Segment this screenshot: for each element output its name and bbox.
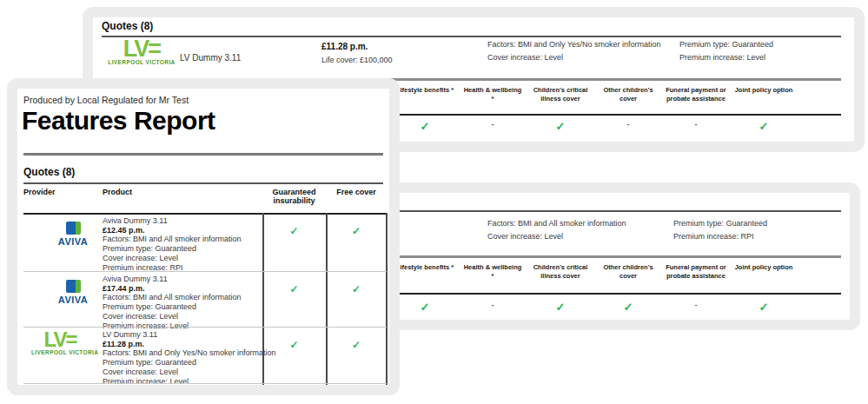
column-header: Other children's cover: [594, 86, 662, 103]
product-price: £17.44 p.m.: [103, 284, 242, 294]
column-header: Lifestyle benefits *: [391, 86, 459, 103]
premium-type-line: Premium type: Guaranteed: [679, 38, 773, 51]
page-title: Features Report: [22, 106, 215, 136]
premium-increase-line: Premium increase: Level: [679, 51, 773, 64]
free-cover-mark: ✓: [326, 225, 387, 237]
product-name: LV Dummy 3.11: [180, 53, 241, 63]
aviva-logo-text: AVIVA: [49, 236, 97, 247]
table-bottom-border: [23, 383, 387, 384]
column-header: Funeral payment or probate assistance: [662, 86, 730, 103]
feature-mark: ✓: [730, 301, 798, 314]
guaranteed-insurability-mark: ✓: [262, 283, 326, 295]
column-header: Other children's cover: [594, 263, 662, 281]
guaranteed-insurability-mark: ✓: [262, 339, 326, 351]
product-details: Aviva Dummy 3.11 £12.45 p.m. Factors: BM…: [103, 216, 242, 272]
product-price: £12.45 p.m.: [103, 226, 242, 235]
feature-mark: -: [594, 120, 662, 133]
product-name: Aviva Dummy 3.11: [103, 216, 242, 226]
column-header: Lifestyle benefits *: [391, 263, 459, 281]
aviva-logo-text: AVIVA: [49, 295, 97, 305]
column-header-product: Product: [103, 188, 132, 196]
lv-logo-subtext: LIVERPOOL VICTORIA: [107, 59, 176, 65]
product-premium-type: Premium type: Guaranteed: [103, 302, 242, 312]
quote-row: AVIVA Aviva Dummy 3.11 £12.45 p.m. Facto…: [17, 215, 389, 270]
feature-mark: ✓: [391, 301, 459, 314]
factors-line: Factors: BMI and All smoker information: [487, 217, 626, 230]
feature-column-headers: Lifestyle benefits * Health & wellbeing …: [391, 86, 798, 103]
aviva-logo: AVIVA: [49, 222, 97, 247]
section-underline: [102, 36, 841, 37]
row-divider: [23, 327, 387, 328]
guaranteed-insurability-mark: ✓: [262, 225, 326, 237]
product-cover-increase: Cover increase: Level: [103, 312, 242, 321]
feature-marks-row: ✓ - ✓ - - ✓: [391, 120, 798, 133]
column-header: Children's critical illness cover: [527, 263, 594, 281]
feature-mark: -: [459, 301, 527, 314]
premium-block: Premium type: Guaranteed Premium increas…: [679, 38, 773, 64]
feature-mark: -: [662, 301, 730, 314]
product-cover-increase: Cover increase: Level: [103, 368, 276, 377]
product-factors: Factors: BMI and All smoker information: [103, 235, 242, 244]
feature-mark: ✓: [527, 301, 594, 314]
lv-logo-text: LV=: [31, 330, 89, 349]
features-report-page: Produced by Local Regulated for Mr Test …: [7, 78, 400, 395]
factors-block: Factors: BMI and All smoker information …: [487, 217, 626, 243]
free-cover-mark: ✓: [326, 339, 387, 351]
title-divider: [23, 153, 383, 156]
feature-marks-row: ✓ - ✓ ✓ - ✓: [391, 301, 798, 314]
row-divider: [23, 271, 387, 272]
premium-block: Premium type: Guaranteed Premium increas…: [673, 217, 767, 243]
column-header: Funeral payment or probate assistance: [662, 263, 730, 281]
premium-type-line: Premium type: Guaranteed: [673, 217, 767, 230]
page-background: Quotes (8) LV= LIVERPOOL VICTORIA LV Dum…: [0, 0, 868, 404]
quote-row: LV= LIVERPOOL VICTORIA LV Dummy 3.11 £11…: [17, 328, 389, 384]
lv-logo: LV= LIVERPOOL VICTORIA: [107, 38, 176, 65]
feature-mark: -: [662, 120, 730, 133]
column-header-free-cover: Free cover: [326, 188, 387, 196]
column-header: Health & wellbeing *: [459, 263, 527, 281]
product-details: LV Dummy 3.11 £11.28 p.m. Factors: BMI a…: [103, 330, 276, 385]
product-price: £11.28 p.m.: [103, 340, 276, 349]
cover-increase-line: Cover increase: Level: [487, 230, 626, 243]
feature-mark: ✓: [730, 120, 798, 133]
lv-logo: LV= LIVERPOOL VICTORIA: [31, 330, 89, 355]
product-premium-type: Premium type: Guaranteed: [103, 244, 242, 254]
column-header: Joint policy option: [730, 86, 798, 103]
feature-mark: ✓: [594, 301, 662, 314]
product-factors: Factors: BMI and Only Yes/No smoker info…: [103, 348, 276, 358]
product-name: Aviva Dummy 3.11: [103, 275, 242, 284]
aviva-logo: AVIVA: [49, 280, 97, 305]
lv-logo-text: LV=: [107, 38, 176, 59]
column-header: Joint policy option: [730, 263, 798, 281]
product-factors: Factors: BMI and All smoker information: [103, 293, 242, 302]
factors-line: Factors: BMI and Only Yes/No smoker info…: [487, 38, 661, 51]
column-header: Health & wellbeing *: [459, 86, 527, 103]
feature-mark: -: [459, 120, 527, 133]
factors-block: Factors: BMI and Only Yes/No smoker info…: [487, 38, 661, 64]
aviva-flag-icon: [66, 222, 81, 235]
aviva-flag-icon: [66, 280, 81, 293]
quotes-section-title: Quotes (8): [102, 20, 153, 32]
product-cover-increase: Cover increase: Level: [103, 254, 242, 263]
feature-column-headers: Lifestyle benefits * Health & wellbeing …: [391, 263, 798, 281]
premium-increase-line: Premium increase: RPI: [673, 230, 767, 243]
column-header: Children's critical illness cover: [527, 86, 594, 103]
column-header-provider: Provider: [23, 188, 56, 196]
quotes-section-title: Quotes (8): [23, 166, 75, 178]
feature-mark: ✓: [527, 120, 594, 133]
produced-by-line: Produced by Local Regulated for Mr Test: [23, 95, 189, 105]
section-underline: [23, 182, 383, 184]
feature-mark: ✓: [391, 120, 459, 133]
life-cover: Life cover: £100,000: [321, 56, 393, 64]
product-premium-type: Premium type: Guaranteed: [103, 358, 276, 368]
features-report-content: Produced by Local Regulated for Mr Test …: [17, 89, 389, 385]
free-cover-mark: ✓: [326, 283, 387, 295]
cover-increase-line: Cover increase: Level: [487, 51, 661, 64]
product-name: LV Dummy 3.11: [103, 330, 276, 340]
column-header-guaranteed-insurability: Guaranteed insurability: [262, 188, 326, 205]
quote-price: £11.28 p.m.: [321, 42, 368, 51]
lv-logo-subtext: LIVERPOOL VICTORIA: [31, 349, 89, 355]
quote-row: AVIVA Aviva Dummy 3.11 £17.44 p.m. Facto…: [17, 273, 389, 328]
product-details: Aviva Dummy 3.11 £17.44 p.m. Factors: BM…: [103, 275, 242, 330]
